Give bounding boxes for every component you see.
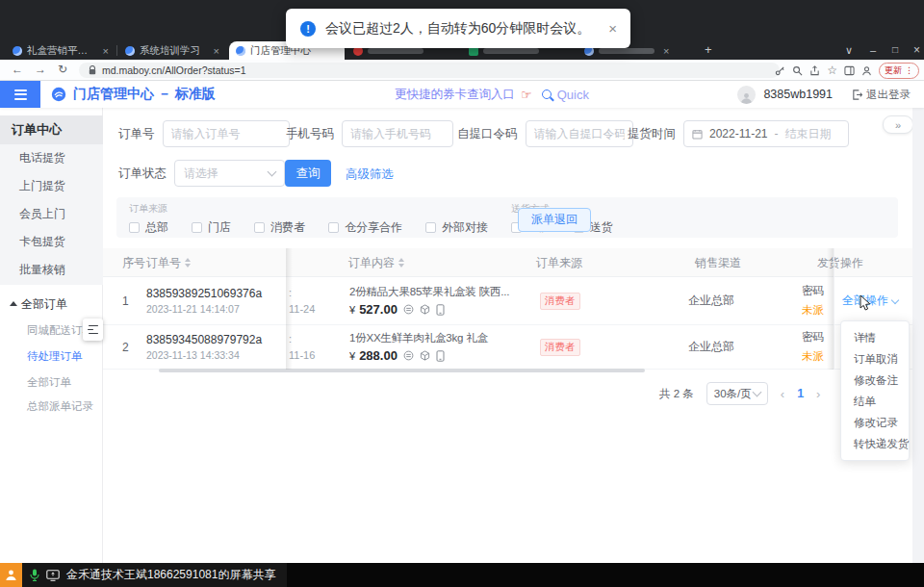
new-tab-button[interactable]: +: [705, 43, 712, 57]
zoom-icon[interactable]: [792, 65, 803, 76]
sidebar-item-card-pickup[interactable]: 卡包提货: [0, 228, 103, 256]
sidebar-group-label: 全部订单: [21, 297, 67, 311]
col-sales-channel: 销售渠道: [695, 248, 741, 277]
menu-item-close-order[interactable]: 结单: [841, 391, 909, 412]
address-bar[interactable]: md.maboy.cn/AllOrder?status=1: [79, 63, 780, 78]
main-content: 订单号 手机号码 自提口令码 提货时间 2022-11-21 - 结束日期: [103, 108, 924, 563]
pickup-code-label: 自提口令码: [457, 126, 518, 142]
sidebar-item-all-orders-group[interactable]: 全部订单: [0, 293, 103, 316]
table-row[interactable]: 2 83859345088979792a 2023-11-13 14:33:34…: [103, 325, 912, 370]
sort-icon[interactable]: [398, 258, 404, 268]
order-no-label: 订单号: [118, 126, 155, 142]
tab-close-icon[interactable]: ×: [103, 45, 109, 57]
checkbox-consumer[interactable]: 消费者: [254, 219, 305, 236]
col-order-no[interactable]: 订单号: [146, 248, 191, 277]
vertical-scrollbar-track[interactable]: [912, 108, 924, 563]
package-icon[interactable]: [420, 350, 430, 361]
page-size-select[interactable]: 30条/页: [706, 382, 768, 405]
fixed-column-divider: [834, 248, 834, 370]
advanced-filter-link[interactable]: 高级筛选: [346, 166, 394, 183]
page-body: 订单中心 电话提货 上门提货 会员上门 卡包提货 批量核销 全部订单 同城配送订…: [0, 108, 924, 563]
chevron-down-icon: [752, 388, 761, 397]
checkbox-store[interactable]: 门店: [192, 219, 231, 236]
mobile-icon[interactable]: [436, 350, 445, 362]
tab-title: 系统培训学习: [140, 44, 205, 58]
sidebar-item-door-pickup[interactable]: 上门提货: [0, 172, 103, 200]
menu-item-edit-history[interactable]: 修改记录: [841, 412, 909, 433]
search-button[interactable]: 查询: [285, 160, 331, 187]
toolbar-actions: ☆ 更新 ⋮: [775, 62, 919, 79]
sidebar-item-pending-orders[interactable]: 待处理订单: [0, 344, 103, 369]
prev-page-button[interactable]: ‹: [781, 387, 784, 401]
tab-close-icon[interactable]: ×: [214, 45, 219, 57]
browser-tab-1[interactable]: 礼盒营销平台管理中心 ×: [6, 41, 116, 60]
search-icon[interactable]: [542, 89, 552, 99]
order-number: 83859389251069376a: [146, 287, 262, 300]
dispatch-return-button[interactable]: 派单退回: [518, 208, 591, 232]
horizontal-scrollbar[interactable]: [159, 369, 645, 372]
coupon-query-link[interactable]: 更快捷的券卡查询入口: [395, 87, 515, 103]
pointer-hand-icon: ☞: [521, 88, 532, 102]
sidebar-collapse-handle[interactable]: [83, 319, 103, 341]
toast-close-icon[interactable]: ×: [608, 20, 617, 37]
voucher-icon[interactable]: [403, 350, 414, 361]
menu-item-cancel-order[interactable]: 订单取消: [841, 348, 909, 370]
sidebar-item-batch-verify[interactable]: 批量核销: [0, 256, 103, 284]
menu-item-to-express[interactable]: 转快递发货: [841, 433, 909, 454]
forward-icon[interactable]: →: [35, 63, 46, 76]
fixed-column-shadow-left: [286, 248, 293, 370]
maximize-button[interactable]: □: [892, 43, 898, 57]
date-end-placeholder: 结束日期: [785, 126, 832, 142]
phone-input[interactable]: [342, 120, 453, 147]
checkbox-hq[interactable]: 总部: [129, 219, 168, 236]
avatar[interactable]: [737, 86, 756, 104]
window-close-button[interactable]: ×: [913, 43, 920, 57]
screen-share-bar: 金禾通技术王斌18662591081的屏幕共享: [0, 563, 924, 587]
checkbox-warehouse-share[interactable]: 仓分享合作: [328, 219, 402, 236]
mobile-icon[interactable]: [436, 304, 445, 316]
order-source-cell: 消费者: [540, 277, 580, 324]
bookmark-star-icon[interactable]: ☆: [827, 64, 837, 77]
hamburger-menu-button[interactable]: [0, 81, 40, 108]
menu-item-details[interactable]: 详情: [841, 327, 909, 348]
date-range-picker[interactable]: 2022-11-21 - 结束日期: [683, 120, 849, 147]
pickup-code-input[interactable]: [526, 120, 633, 147]
current-page[interactable]: 1: [797, 387, 804, 400]
next-page-button[interactable]: ›: [816, 387, 820, 401]
sidebar-item-hq-dispatch-records[interactable]: 总部派单记录: [0, 394, 103, 419]
order-created-time: 2023-11-21 14:14:07: [146, 303, 262, 315]
sales-channel-cell: 企业总部: [688, 325, 734, 369]
order-no-input[interactable]: [163, 120, 290, 147]
share-icon[interactable]: [809, 65, 820, 76]
mouse-cursor: [860, 294, 872, 312]
tab-close-icon[interactable]: ×: [663, 45, 669, 57]
voucher-icon[interactable]: [403, 304, 414, 315]
side-panel-icon[interactable]: [844, 65, 855, 76]
checkbox-icon: [254, 222, 265, 233]
menu-item-edit-remark[interactable]: 修改备注: [841, 370, 909, 391]
tab-search-icon[interactable]: ∨: [845, 43, 853, 57]
back-icon[interactable]: ←: [12, 63, 23, 76]
col-order-content[interactable]: 订单内容: [348, 248, 404, 277]
chrome-update-button[interactable]: 更新 ⋮: [879, 63, 919, 79]
browser-tab-2[interactable]: 系统培训学习 ×: [118, 41, 226, 60]
key-icon[interactable]: [775, 65, 785, 76]
package-icon[interactable]: [420, 304, 430, 315]
order-status-label: 订单状态: [118, 166, 167, 182]
sort-icon[interactable]: [185, 258, 191, 268]
refresh-icon[interactable]: ↻: [58, 63, 67, 76]
tab-separator: [116, 45, 117, 56]
sidebar-item-phone-pickup[interactable]: 电话提货: [0, 144, 103, 172]
quick-search-link[interactable]: Quick: [557, 88, 589, 102]
sidebar-item-all-orders[interactable]: 全部订单: [0, 370, 103, 395]
logout-label: 退出登录: [866, 88, 911, 102]
profile-icon[interactable]: [861, 65, 872, 76]
minimize-button[interactable]: –: [870, 43, 876, 57]
order-status-select[interactable]: 请选择: [174, 160, 285, 187]
table-row[interactable]: 1 83859389251069376a 2023-11-21 14:14:07…: [103, 277, 912, 325]
logout-button[interactable]: 退出登录: [852, 88, 911, 102]
sidebar-item-member-visit[interactable]: 会员上门: [0, 200, 103, 228]
filters-expand-button[interactable]: »: [883, 115, 913, 134]
checkbox-external[interactable]: 外部对接: [425, 219, 488, 236]
tab-title: 礼盒营销平台管理中心: [27, 44, 94, 58]
